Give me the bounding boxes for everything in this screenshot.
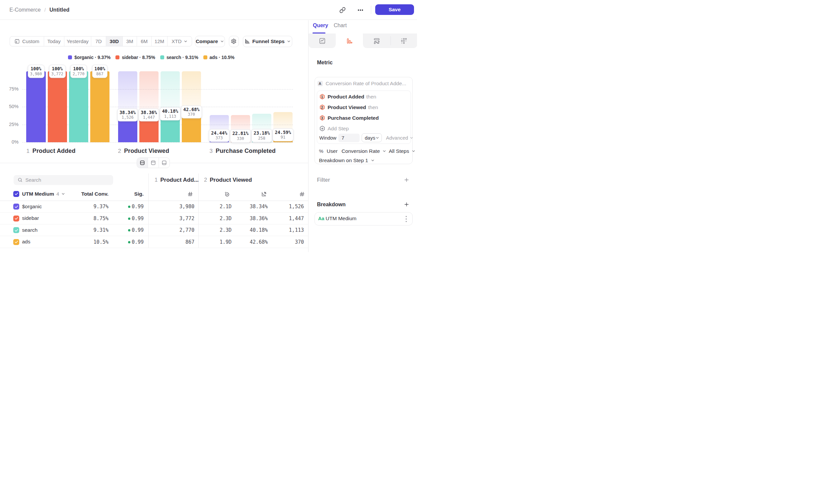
row-checkbox[interactable]	[13, 239, 19, 245]
chevron-down-icon	[184, 40, 188, 43]
date-range-label: Custom	[22, 39, 40, 44]
total-conv-column-header[interactable]: Total Conv.	[75, 191, 108, 197]
date-range-label: 12M	[155, 39, 164, 44]
date-range-6m[interactable]: 6M	[137, 37, 152, 46]
table-row-sidebar[interactable]: sidebar8.75%0.993,7722.3D38.36%1,447	[0, 212, 308, 225]
breadcrumb-report-title[interactable]: Untitled	[49, 7, 69, 13]
funnel-bar-search-step1[interactable]	[69, 71, 88, 142]
bar-value-label: 100%3,980	[27, 65, 44, 78]
chart-type-button[interactable]: Funnel Steps	[243, 36, 292, 47]
measure-symbol: %	[319, 148, 324, 154]
tab-query[interactable]: Query	[313, 23, 328, 28]
property-options-button[interactable]	[405, 215, 407, 223]
bar-value-label: 38.36%1,447	[138, 109, 159, 122]
funnel-bar-sidebar-step1[interactable]	[48, 71, 67, 142]
measure-metric-dropdown[interactable]: Conversion Rate	[342, 148, 380, 154]
row-name: sidebar	[22, 215, 39, 221]
date-range-30d[interactable]: 30D	[106, 37, 123, 46]
cell-conv_rate: 38.36%	[228, 215, 268, 222]
measure-scope-dropdown[interactable]: All Steps	[389, 148, 409, 154]
funnel-bar-$organic-step1[interactable]	[26, 71, 45, 142]
bar-pct: 42.68%	[183, 107, 200, 112]
window-value-input[interactable]: 7	[338, 134, 359, 142]
row-checkbox[interactable]	[13, 204, 19, 210]
more-options-button[interactable]	[357, 6, 364, 14]
row-checkbox[interactable]	[13, 215, 19, 222]
table-row-organic[interactable]: $organic9.37%0.993,9802.1D38.34%1,526	[0, 201, 308, 213]
tab-chart[interactable]: Chart	[334, 23, 347, 28]
cell-total_conv: 10.5%	[69, 239, 108, 245]
cell-step1_count: 3,980	[155, 204, 194, 210]
breadcrumb-project[interactable]: E-Commerce	[9, 7, 41, 13]
table-row-search[interactable]: search9.31%0.992,7702.3D40.18%1,113	[0, 225, 308, 236]
conv-rate-column-icon[interactable]	[261, 191, 267, 197]
date-range-today[interactable]: Today	[44, 37, 64, 46]
insights-icon	[319, 38, 326, 44]
count-column-icon[interactable]	[188, 191, 193, 197]
save-button[interactable]: Save	[375, 4, 414, 15]
step-suffix: then	[368, 105, 378, 110]
legend-item[interactable]: sidebar · 8.75%	[115, 55, 155, 60]
legend-item[interactable]: $organic · 9.37%	[68, 55, 110, 60]
bar-count: 1,113	[162, 114, 178, 119]
funnel-step-label: 2Product Viewed	[118, 147, 170, 155]
layout-split-button[interactable]	[137, 158, 148, 168]
flows-report-tab[interactable]	[373, 37, 380, 44]
bar-pct: 38.36%	[141, 110, 157, 115]
cell-total_conv: 9.31%	[69, 227, 108, 233]
retention-report-tab[interactable]	[400, 37, 408, 44]
add-filter-button[interactable]	[404, 177, 409, 183]
layout-chart-only-button[interactable]	[148, 158, 159, 168]
measure-row: % User Conversion Rate All Steps	[319, 147, 416, 155]
funnel-steps-card: 1Product Addedthen2Product Viewedthen3Pu…	[317, 91, 411, 144]
step-number: 2	[118, 148, 121, 155]
funnel-icon	[346, 38, 353, 44]
metric-title[interactable]: Conversion Rate of Product Adde...	[326, 81, 407, 87]
bar-pct: 38.34%	[119, 110, 136, 115]
date-range-xtd[interactable]: XTD	[168, 37, 192, 46]
metric-letter-badge: A	[317, 81, 323, 86]
query-step-2[interactable]: 2Product Viewedthen	[320, 104, 378, 111]
date-range-12m[interactable]: 12M	[152, 37, 168, 46]
legend-item[interactable]: ads · 10.5%	[203, 55, 235, 60]
funnels-report-tab[interactable]	[346, 37, 353, 44]
add-step-button[interactable]: Add Step	[320, 125, 349, 132]
compare-button[interactable]: Compare	[195, 36, 225, 47]
avg-time-column-icon[interactable]	[224, 191, 230, 197]
breakdown-property-card[interactable]: Aa UTM Medium	[314, 212, 413, 226]
measure-entity-label[interactable]: User	[327, 148, 338, 154]
bar-value-label: 100%2,770	[70, 65, 87, 78]
date-range-yesterday[interactable]: Yesterday	[64, 37, 92, 46]
row-checkbox[interactable]	[13, 227, 19, 233]
date-range-7d[interactable]: 7D	[91, 37, 106, 46]
bar-pct: 100%	[51, 66, 63, 72]
y-axis-tick: 50%	[3, 104, 19, 109]
date-range-custom[interactable]: Custom	[10, 37, 44, 46]
query-step-1[interactable]: 1Product Addedthen	[320, 93, 376, 100]
breakdown-on-row[interactable]: Breakdown on Step 1	[319, 157, 375, 164]
legend-swatch	[68, 55, 72, 59]
insights-report-tab[interactable]	[319, 37, 326, 44]
select-all-checkbox[interactable]	[13, 191, 19, 197]
y-axis-tick: 0%	[3, 139, 19, 144]
breakdown-value-count: 4	[57, 191, 59, 197]
cell-sig: 0.99	[104, 215, 144, 222]
copy-link-button[interactable]	[339, 6, 346, 14]
advanced-toggle[interactable]: Advanced	[386, 135, 412, 141]
cell-conv_rate: 42.68%	[228, 239, 268, 245]
query-step-3[interactable]: 3Purchase Completed	[320, 114, 379, 122]
table-search-input[interactable]: Search	[14, 175, 113, 185]
layout-table-only-button[interactable]	[159, 158, 170, 168]
cell-total_conv: 8.75%	[69, 215, 108, 222]
breakdown-column-header[interactable]: UTM Medium 4	[22, 190, 65, 197]
count-column-icon[interactable]	[299, 191, 305, 197]
sig-column-header[interactable]: Sig.	[127, 191, 144, 197]
add-breakdown-button[interactable]	[404, 202, 409, 207]
chart-settings-button[interactable]	[229, 36, 239, 47]
breakdown-property-name: UTM Medium	[326, 215, 357, 222]
date-range-3m[interactable]: 3M	[123, 37, 137, 46]
table-row-ads[interactable]: ads10.5%0.998671.9D42.68%370	[0, 236, 308, 248]
window-unit-select[interactable]: days	[361, 133, 382, 142]
legend-item[interactable]: search · 9.31%	[160, 55, 198, 60]
funnel-bar-ads-step1[interactable]	[90, 71, 109, 142]
